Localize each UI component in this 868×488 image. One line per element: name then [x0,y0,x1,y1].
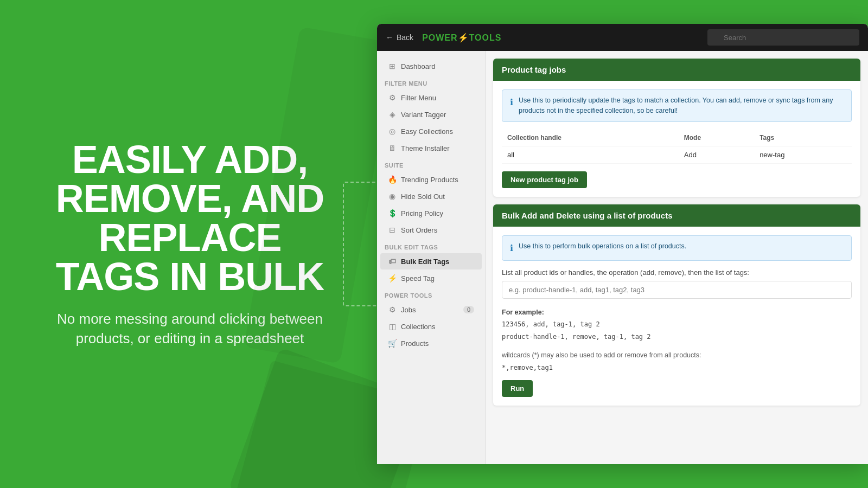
run-button[interactable]: Run [502,380,533,397]
bulk-edit-tags-label: Bulk Edit Tags [401,258,449,266]
product-tag-jobs-info-text: Use this to periodically update the tags… [519,95,844,116]
list-label: List all product ids or handles, the ope… [502,268,852,277]
info-icon-2: ℹ [510,242,513,255]
sort-orders-icon: ⊟ [388,226,397,234]
product-tag-jobs-header: Product tag jobs [493,59,860,81]
collections-icon: ◫ [388,322,397,331]
sidebar-item-bulk-edit-tags[interactable]: 🏷 Bulk Edit Tags [380,253,482,269]
dashboard-label: Dashboard [401,62,436,70]
hide-sold-out-label: Hide Sold Out [401,192,445,201]
hero-title: EASILY ADD, REMOVE, AND REPLACE TAGS IN … [56,140,324,296]
variant-tagger-label: Variant Tagger [401,111,446,119]
sidebar-item-collections[interactable]: ◫ Collections [380,318,482,335]
cell-tags: new-tag [754,146,852,163]
sidebar-item-sort-orders[interactable]: ⊟ Sort Orders [380,222,482,238]
brand-logo: POWER⚡TOOLS [422,33,501,43]
brand-power: POWER [422,33,457,42]
products-label: Products [401,339,429,348]
filter-menu-section-label: Filter Menu [377,75,485,89]
bulk-edit-tags-icon: 🏷 [388,257,397,266]
theme-installer-icon: 🖥 [388,144,397,152]
pricing-policy-label: Pricing Policy [401,209,443,217]
col-mode: Mode [679,130,754,146]
easy-collections-icon: ◎ [388,127,397,136]
sidebar-item-variant-tagger[interactable]: ◈ Variant Tagger [380,106,482,123]
cell-collection: all [502,146,679,163]
back-arrow-icon: ← [386,33,393,42]
product-tag-jobs-body: ℹ Use this to periodically update the ta… [493,81,860,197]
suite-section-label: Suite [377,157,485,171]
hero-panel: EASILY ADD, REMOVE, AND REPLACE TAGS IN … [0,0,380,488]
filter-menu-label: Filter Menu [401,94,436,102]
sidebar: ⊞ Dashboard Filter Menu ⚙ Filter Menu ◈ … [377,51,486,464]
back-button[interactable]: ← Back [386,33,413,42]
product-tag-jobs-title: Product tag jobs [502,65,566,74]
sidebar-item-jobs[interactable]: ⚙ Jobs 0 [380,301,482,318]
brand-lightning: ⚡ [458,33,469,42]
top-nav: ← Back POWER⚡TOOLS 🔍 [377,24,868,51]
example-label: For example: [502,309,544,316]
jobs-icon: ⚙ [388,305,397,314]
hide-sold-out-icon: ◉ [388,192,397,201]
search-wrapper: 🔍 [707,29,859,46]
dashboard-icon: ⊞ [388,62,397,70]
sidebar-item-pricing-policy[interactable]: 💲 Pricing Policy [380,205,482,221]
pricing-policy-icon: 💲 [388,209,397,217]
sidebar-item-hide-sold-out[interactable]: ◉ Hide Sold Out [380,188,482,204]
dashed-rect-decoration [343,182,381,306]
bulk-add-delete-info-text: Use this to perform bulk operations on a… [519,241,686,255]
sidebar-item-theme-installer[interactable]: 🖥 Theme Installer [380,140,482,156]
product-tag-jobs-info: ℹ Use this to periodically update the ta… [502,89,852,122]
products-icon: 🛒 [388,339,397,348]
bulk-add-delete-card: Bulk Add and Delete using a list of prod… [493,204,860,406]
filter-menu-icon: ⚙ [388,93,397,102]
product-tag-jobs-table: Collection handle Mode Tags all Add new-… [502,130,852,164]
sidebar-item-dashboard[interactable]: ⊞ Dashboard [380,58,482,74]
new-product-tag-job-button[interactable]: New product tag job [502,171,587,188]
sidebar-item-trending-products[interactable]: 🔥 Trending Products [380,171,482,188]
trending-products-icon: 🔥 [388,175,397,184]
back-label: Back [397,33,413,42]
sort-orders-label: Sort Orders [401,226,437,234]
sidebar-item-products[interactable]: 🛒 Products [380,335,482,351]
table-row: all Add new-tag [502,146,852,163]
jobs-badge: 0 [463,306,474,313]
jobs-label: Jobs [401,306,416,314]
main-content: ⊞ Dashboard Filter Menu ⚙ Filter Menu ◈ … [377,51,868,464]
product-tag-jobs-card: Product tag jobs ℹ Use this to periodica… [493,59,860,197]
col-collection-handle: Collection handle [502,130,679,146]
theme-installer-label: Theme Installer [401,144,450,152]
sidebar-item-filter-menu[interactable]: ⚙ Filter Menu [380,89,482,106]
bulk-add-delete-title: Bulk Add and Delete using a list of prod… [502,211,672,220]
wildcard-label: wildcards (*) may also be used to add or… [502,351,701,359]
wildcard-example: *,remove,tag1 [502,364,553,371]
trending-products-label: Trending Products [401,176,458,184]
sidebar-item-speed-tag[interactable]: ⚡ Speed Tag [380,270,482,286]
variant-tagger-icon: ◈ [388,110,397,119]
hero-subtitle: No more messing around clicking between … [33,309,347,349]
col-tags: Tags [754,130,852,146]
easy-collections-label: Easy Collections [401,127,453,136]
bulk-add-delete-header: Bulk Add and Delete using a list of prod… [493,204,860,227]
bulk-add-delete-info: ℹ Use this to perform bulk operations on… [502,235,852,261]
sidebar-item-easy-collections[interactable]: ◎ Easy Collections [380,123,482,139]
collections-label: Collections [401,323,436,331]
app-frame: ← Back POWER⚡TOOLS 🔍 ⊞ Dashboard Filter … [377,24,868,464]
bulk-add-delete-body: ℹ Use this to perform bulk operations on… [493,227,860,406]
speed-tag-label: Speed Tag [401,274,435,282]
tag-list-input[interactable] [502,281,852,299]
wildcard-block: wildcards (*) may also be used to add or… [502,349,852,374]
cell-mode: Add [679,146,754,163]
example-line-2: product-handle-1, remove, tag-1, tag 2 [502,333,651,341]
info-icon-1: ℹ [510,96,513,116]
content-panel: Product tag jobs ℹ Use this to periodica… [486,51,868,464]
speed-tag-icon: ⚡ [388,274,397,282]
example-line-1: 123456, add, tag-1, tag 2 [502,320,600,328]
brand-tools: TOOLS [469,33,502,42]
bulk-edit-tags-section-label: Bulk Edit Tags [377,239,485,253]
power-tools-section-label: Power Tools [377,287,485,301]
search-input[interactable] [707,29,859,46]
example-block: For example: 123456, add, tag-1, tag 2 p… [502,306,852,343]
